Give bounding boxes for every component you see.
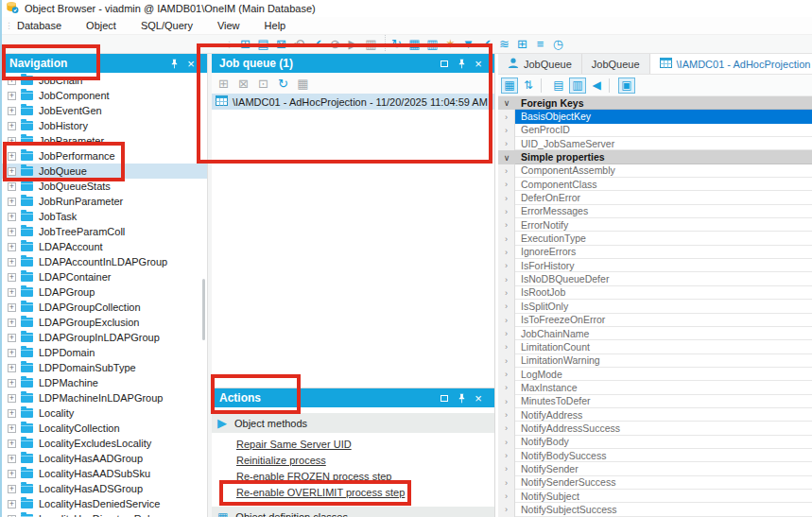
tab-jobqueue-0[interactable]: JobQueue xyxy=(498,54,582,74)
action-link[interactable]: Re-enable FROZEN process step xyxy=(236,471,494,487)
property-row[interactable]: ›ErrorMessages xyxy=(498,205,812,218)
property-row[interactable]: ›NotifyBodySuccess xyxy=(498,449,812,462)
maximize-icon[interactable] xyxy=(436,390,453,405)
new-object-icon[interactable]: ⊞ xyxy=(236,36,254,53)
property-row[interactable]: ›ComponentClass xyxy=(498,178,812,191)
expand-icon[interactable]: + xyxy=(8,152,16,161)
property-row[interactable]: ›MaxInstance xyxy=(498,381,812,394)
sidebar-item-ldpmachine[interactable]: +LDPMachine xyxy=(2,375,207,390)
sidebar-item-localityexcludeslocality[interactable]: +LocalityExcludesLocality xyxy=(2,436,207,451)
sidebar-item-ldapcontainer[interactable]: +LDAPContainer xyxy=(2,269,207,284)
property-row[interactable]: ›NotifySubjectSuccess xyxy=(498,503,812,516)
pin-icon[interactable] xyxy=(453,56,470,71)
sidebar-item-ldapgroupinldapgroup[interactable]: +LDAPGroupInLDAPGroup xyxy=(2,330,207,345)
property-row[interactable]: ›IsToFreezeOnError xyxy=(498,314,812,327)
sidebar-item-jobparameter[interactable]: +JobParameter xyxy=(2,133,207,148)
save-object-icon[interactable]: ▤ xyxy=(254,36,272,53)
expand-icon[interactable]: + xyxy=(8,77,16,85)
menu-database[interactable]: Database xyxy=(15,18,63,33)
filter-icon[interactable]: ▼ xyxy=(459,36,477,53)
refresh-icon[interactable]: ↻ xyxy=(274,75,292,92)
preview-icon[interactable]: ▣ xyxy=(618,78,635,94)
expand-icon[interactable]: + xyxy=(8,273,16,282)
sidebar-item-jobchain[interactable]: +JobChain xyxy=(2,73,207,88)
expand-icon[interactable]: + xyxy=(8,198,16,206)
sidebar-item-jobtreeparamcoll[interactable]: +JobTreeParamColl xyxy=(2,224,207,239)
expand-icon[interactable]: + xyxy=(8,439,16,448)
property-row[interactable]: ›NotifyAddress xyxy=(498,408,812,422)
sidebar-item-ldpmachineinldapgroup[interactable]: +LDPMachineInLDAPGroup xyxy=(2,390,207,405)
expand-icon[interactable]: + xyxy=(8,107,16,115)
property-row[interactable]: ›GenProcID xyxy=(498,124,812,137)
job-queue-item[interactable]: \IAMDC01 - AdHocProjection - 11/20/2025 … xyxy=(212,94,494,110)
sidebar-item-jobtask[interactable]: +JobTask xyxy=(2,209,207,224)
nav-scrollbar[interactable] xyxy=(202,279,205,340)
close-icon[interactable]: × xyxy=(182,56,199,71)
action-link[interactable]: Repair Same Server UID xyxy=(236,439,494,455)
expand-icon[interactable]: + xyxy=(8,485,16,493)
sidebar-item-ldapaccountinldapgroup[interactable]: +LDAPAccountInLDAPGroup xyxy=(2,254,207,269)
database-edit-icon[interactable]: ⊞ xyxy=(513,36,531,53)
property-row[interactable]: ›NotifySenderSuccess xyxy=(498,476,812,490)
add-job-icon[interactable]: ⊞ xyxy=(215,75,233,92)
sidebar-item-localityhasadsgroup[interactable]: +LocalityHasADSGroup xyxy=(2,481,207,496)
menu-object[interactable]: Object xyxy=(84,18,118,33)
sidebar-item-jobperformance[interactable]: +JobPerformance xyxy=(2,148,207,164)
discard-database-icon[interactable]: ⊘ xyxy=(326,36,344,53)
property-row[interactable]: ›ExecutionType xyxy=(498,232,812,245)
grid-view-icon[interactable]: ▥ xyxy=(423,36,441,53)
sidebar-item-ldpdomain[interactable]: +LDPDomain xyxy=(2,345,207,360)
expand-icon[interactable]: + xyxy=(8,167,16,176)
menu-sql-query[interactable]: SQL/Query xyxy=(139,18,195,33)
expand-icon[interactable]: + xyxy=(8,334,16,342)
expand-icon[interactable]: + xyxy=(8,243,16,251)
property-row[interactable]: ›ErrorNotify xyxy=(498,218,812,232)
sidebar-item-ldapgroupcollection[interactable]: +LDAPGroupCollection xyxy=(2,300,207,315)
property-row[interactable]: ›LimitationCount xyxy=(498,340,812,353)
sidebar-item-ldapgroupexclusion[interactable]: +LDAPGroupExclusion xyxy=(2,315,207,330)
expand-icon[interactable]: + xyxy=(8,137,16,146)
database-run-icon[interactable]: ▥ xyxy=(362,36,380,53)
schema-icon[interactable]: ≋ xyxy=(495,36,513,53)
object-methods-section[interactable]: ▶ Object methods xyxy=(212,413,494,433)
property-row[interactable]: ›UID_JobSameServer xyxy=(498,137,812,150)
navigate-back-icon[interactable]: ◀ xyxy=(588,78,605,94)
sidebar-item-locality[interactable]: +Locality xyxy=(2,405,207,421)
sidebar-item-localityhasdirectoryrole[interactable]: +LocalityHasDirectoryRole xyxy=(2,511,207,517)
action-link[interactable]: Reinitialize process xyxy=(236,455,494,471)
delete-job-icon[interactable]: ⊠ xyxy=(234,75,252,92)
property-group-header[interactable]: ∨Foreign Keys xyxy=(498,96,812,110)
expand-icon[interactable]: + xyxy=(8,92,16,100)
sidebar-item-localityhasaadgroup[interactable]: +LocalityHasAADGroup xyxy=(2,451,207,466)
sidebar-item-jobrunparameter[interactable]: +JobRunParameter xyxy=(2,194,207,209)
refresh-clock-icon[interactable]: ↻ xyxy=(388,36,406,53)
delete-object-icon[interactable]: ⊠ xyxy=(272,36,290,53)
expand-icon[interactable]: + xyxy=(8,379,16,388)
sidebar-item-jobqueuestats[interactable]: +JobQueueStats xyxy=(2,179,207,194)
expand-icon[interactable]: + xyxy=(8,213,16,221)
expand-icon[interactable]: + xyxy=(8,424,16,433)
sidebar-item-ldpdomainsubtype[interactable]: +LDPDomainSubType xyxy=(2,360,207,375)
maximize-icon[interactable] xyxy=(436,56,453,71)
object-definition-classes-section[interactable]: ▦ Object definition classes xyxy=(212,507,494,517)
property-row[interactable]: ›ComponentAssembly xyxy=(498,164,812,178)
action-link[interactable]: Re-enable OVERLIMIT process step xyxy=(236,487,494,503)
collapse-all-icon[interactable]: ▤ xyxy=(550,78,567,94)
expand-all-icon[interactable]: ▥ xyxy=(569,78,586,94)
expand-icon[interactable]: + xyxy=(8,394,16,403)
table-view-icon[interactable]: ▦ xyxy=(406,36,423,53)
undo-icon[interactable]: ↶ xyxy=(290,36,308,53)
sidebar-item-localityhasdeniedservice[interactable]: +LocalityHasDeniedService xyxy=(2,496,207,511)
property-row[interactable]: ›LimitationWarning xyxy=(498,354,812,368)
execute-icon[interactable]: ▶ xyxy=(344,36,362,53)
property-row[interactable]: ›LogMode xyxy=(498,368,812,381)
property-row[interactable]: ›NotifyAddressSuccess xyxy=(498,422,812,435)
property-row[interactable]: ›JobChainName xyxy=(498,327,812,340)
sidebar-item-jobqueue[interactable]: +JobQueue xyxy=(2,164,207,179)
wizard-icon[interactable]: ✶ xyxy=(441,36,459,53)
sidebar-item-jobeventgen[interactable]: +JobEventGen xyxy=(2,103,207,118)
sidebar-item-ldapaccount[interactable]: +LDAPAccount xyxy=(2,239,207,254)
pin-icon[interactable] xyxy=(165,56,182,71)
sidebar-item-localitycollection[interactable]: +LocalityCollection xyxy=(2,421,207,436)
property-row[interactable]: ›BasisObjectKey xyxy=(498,110,812,123)
